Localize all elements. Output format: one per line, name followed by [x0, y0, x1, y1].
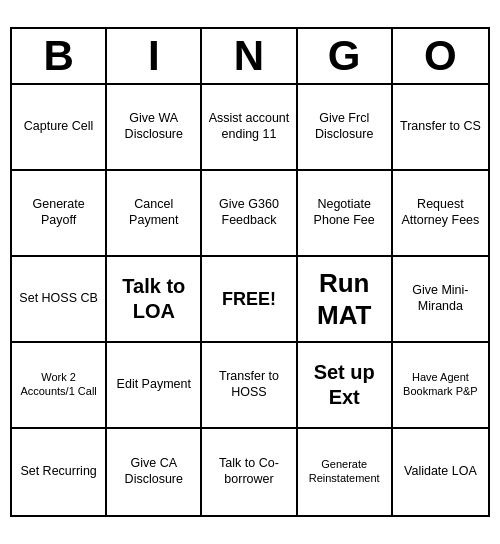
bingo-header: BINGO	[12, 29, 488, 85]
bingo-cell-7[interactable]: Give G360 Feedback	[202, 171, 297, 257]
bingo-letter-o: O	[393, 29, 488, 83]
bingo-cell-17[interactable]: Transfer to HOSS	[202, 343, 297, 429]
bingo-cell-2[interactable]: Assist account ending 11	[202, 85, 297, 171]
bingo-letter-i: I	[107, 29, 202, 83]
bingo-cell-10[interactable]: Set HOSS CB	[12, 257, 107, 343]
bingo-cell-9[interactable]: Request Attorney Fees	[393, 171, 488, 257]
bingo-cell-16[interactable]: Edit Payment	[107, 343, 202, 429]
bingo-cell-14[interactable]: Give Mini-Miranda	[393, 257, 488, 343]
bingo-grid: Capture CellGive WA DisclosureAssist acc…	[12, 85, 488, 515]
bingo-cell-12[interactable]: FREE!	[202, 257, 297, 343]
bingo-letter-g: G	[298, 29, 393, 83]
bingo-letter-n: N	[202, 29, 297, 83]
bingo-cell-11[interactable]: Talk to LOA	[107, 257, 202, 343]
bingo-cell-4[interactable]: Transfer to CS	[393, 85, 488, 171]
bingo-cell-18[interactable]: Set up Ext	[298, 343, 393, 429]
bingo-letter-b: B	[12, 29, 107, 83]
bingo-cell-24[interactable]: Validate LOA	[393, 429, 488, 515]
bingo-cell-1[interactable]: Give WA Disclosure	[107, 85, 202, 171]
bingo-cell-22[interactable]: Talk to Co-borrower	[202, 429, 297, 515]
bingo-cell-20[interactable]: Set Recurring	[12, 429, 107, 515]
bingo-cell-19[interactable]: Have Agent Bookmark P&P	[393, 343, 488, 429]
bingo-cell-5[interactable]: Generate Payoff	[12, 171, 107, 257]
bingo-cell-15[interactable]: Work 2 Accounts/1 Call	[12, 343, 107, 429]
bingo-cell-3[interactable]: Give Frcl Disclosure	[298, 85, 393, 171]
bingo-cell-13[interactable]: Run MAT	[298, 257, 393, 343]
bingo-cell-23[interactable]: Generate Reinstatement	[298, 429, 393, 515]
bingo-cell-0[interactable]: Capture Cell	[12, 85, 107, 171]
bingo-cell-6[interactable]: Cancel Payment	[107, 171, 202, 257]
bingo-card: BINGO Capture CellGive WA DisclosureAssi…	[10, 27, 490, 517]
bingo-cell-8[interactable]: Negotiate Phone Fee	[298, 171, 393, 257]
bingo-cell-21[interactable]: Give CA Disclosure	[107, 429, 202, 515]
